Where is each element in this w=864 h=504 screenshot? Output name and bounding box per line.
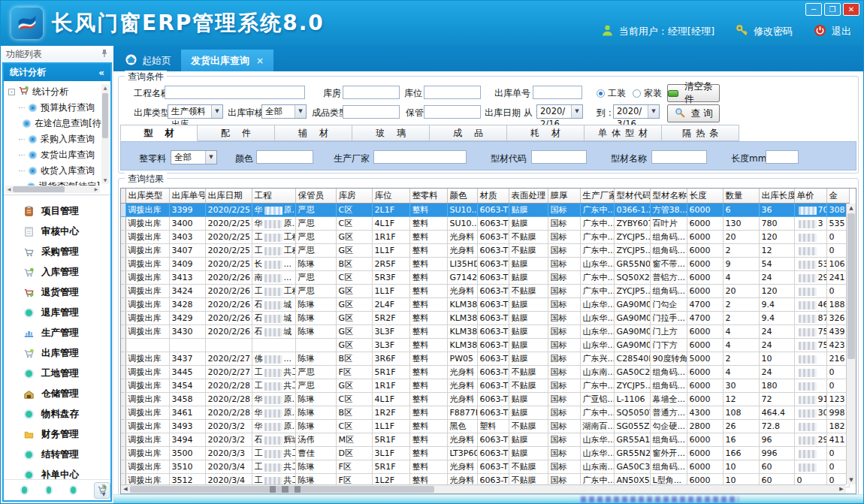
table-row[interactable]: 调拨出库34282020/2/26石城陈琳G区2L4F整料KLM38176063… (121, 298, 849, 312)
sidebar-item-财务管理[interactable]: 财务管理 (4, 424, 110, 445)
tree-horizontal-scrollbar[interactable]: ◀ ▶ (5, 186, 100, 193)
profile-code-input[interactable] (531, 150, 587, 164)
sidebar-item-审核中心[interactable]: 审核中心 (4, 222, 110, 242)
project-name-input[interactable] (165, 86, 305, 99)
radio-unselected-icon[interactable] (633, 89, 641, 98)
profile-name-input[interactable] (651, 150, 707, 164)
table-row[interactable]: 调拨出库35002020/3/3工共工程曹佳D区3L1F整料LT3P606063… (121, 447, 849, 460)
whole-part-select[interactable]: 全部▼ (171, 150, 217, 164)
table-row[interactable]: 调拨出库34292020/2/26石城陈琳G区5R2F整料KLM38176063… (121, 312, 849, 325)
material-tab-玻璃[interactable]: 玻 璃 (352, 125, 430, 141)
column-header-保管员[interactable]: 保管员 (295, 189, 336, 204)
column-header-工程[interactable]: 工程 (252, 189, 295, 204)
scroll-down-icon[interactable]: ▼ (101, 177, 109, 184)
column-header-长度[interactable]: 长度 (687, 189, 723, 204)
table-row[interactable]: 调拨出库34942020/3/2石辉城汤伟M区5R1F整料光身料6063-T5贴… (121, 433, 849, 447)
tree-item-采购入库查询[interactable]: 采购入库查询 (8, 131, 100, 147)
radio-selected-icon[interactable] (597, 89, 605, 98)
search-button[interactable]: 查 询 (667, 104, 720, 122)
scroll-up-icon[interactable]: ▲ (847, 204, 856, 213)
scroll-up-icon[interactable]: ▲ (101, 84, 109, 92)
maximize-button[interactable]: ❐ (824, 3, 841, 16)
color-input[interactable] (256, 150, 313, 164)
sidebar-item-仓储管理[interactable]: 仓储管理 (4, 384, 110, 404)
column-header-库房[interactable]: 库房 (336, 189, 372, 204)
column-header-型材名称[interactable]: 型材名称 (650, 189, 687, 204)
out-type-select[interactable]: 生产领料出库▼ (168, 104, 223, 119)
tab-起始页[interactable]: 起始页 (116, 50, 181, 71)
dot-icon[interactable] (69, 485, 77, 495)
column-header-型材代码[interactable]: 型材代码 (614, 189, 650, 204)
sidebar-item-工地管理[interactable]: 工地管理 (4, 364, 110, 384)
date-to-picker[interactable]: 2020/ 3/16▼ (613, 104, 660, 119)
column-header-金[interactable]: 金 (826, 189, 849, 204)
column-header-材质[interactable]: 材质 (477, 189, 509, 204)
minimize-button[interactable]: ─ (805, 3, 822, 16)
sidebar-item-入库管理[interactable]: 入库管理 (4, 262, 110, 282)
tab-发货出库查询[interactable]: 发货出库查询× (181, 50, 273, 71)
column-header-单价[interactable]: 单价 (794, 189, 826, 204)
column-header-整零料[interactable]: 整零料 (409, 189, 447, 204)
pin-icon[interactable] (101, 49, 108, 60)
keeper-input[interactable] (424, 105, 481, 119)
tree-item-发货出库查询[interactable]: 发货出库查询 (8, 147, 100, 163)
table-row[interactable]: 调拨出库34032020/2/25工工程严思G区1R1F整料光身料6063-T5… (121, 231, 849, 244)
table-row[interactable]: 调拨出库34372020/2/27佛...陈琳B区3R6F整料PW056063-… (121, 352, 849, 366)
scroll-right-icon[interactable]: ▶ (92, 186, 100, 193)
clear-conditions-button[interactable]: 清空条件 (667, 84, 720, 102)
sidebar-item-生产管理[interactable]: 生产管理 (4, 323, 110, 343)
scroll-down-icon[interactable]: ▼ (847, 475, 856, 484)
sidebar-item-结转管理[interactable]: 结转管理 (4, 445, 110, 465)
column-header-库位[interactable]: 库位 (372, 189, 409, 204)
table-row[interactable]: 调拨出库34072020/2/25工工程严思G区1L1F整料光身料6063-T5… (121, 244, 849, 258)
tree-expander-icon[interactable]: - (8, 89, 15, 95)
material-tab-型材[interactable]: 型 材 (120, 125, 198, 141)
table-row[interactable]: G区3L3F整料KLM38176063-T5贴膜国标山东华...GA90M09.… (121, 339, 849, 352)
material-tab-隔热条[interactable]: 隔热条 (662, 125, 739, 141)
material-tab-配件[interactable]: 配 件 (198, 125, 275, 141)
dot-icon[interactable] (45, 485, 53, 495)
product-type-input[interactable] (343, 105, 400, 119)
close-button[interactable]: ✕ (843, 3, 859, 16)
order-no-input[interactable] (533, 86, 582, 99)
location-input[interactable] (424, 86, 481, 99)
warehouse-input[interactable] (343, 86, 400, 99)
tree-item-预算执行查询[interactable]: 预算执行查询 (8, 100, 100, 116)
column-header-数量[interactable]: 数量 (723, 189, 759, 204)
scroll-right-icon[interactable]: ▶ (837, 485, 846, 493)
chevron-down-icon[interactable]: ▼ (295, 105, 306, 118)
table-row[interactable]: 调拨出库34582020/2/28华原...陈琳C区4L1F整料光身料6063-… (121, 393, 849, 406)
column-header-出库长度[interactable]: 出库长度 (759, 189, 794, 204)
sidebar-item-退货管理[interactable]: 退货管理 (4, 282, 110, 303)
grid-horizontal-scrollbar[interactable]: ◀ ▶ (121, 484, 846, 493)
material-tab-成品[interactable]: 成 品 (430, 125, 507, 141)
scroll-left-icon[interactable]: ◀ (121, 485, 130, 493)
table-row[interactable]: 调拨出库34542020/2/28工共工程严思G区1R1F整料光身料6063-T… (121, 379, 849, 393)
table-row[interactable]: 调拨出库34002020/2/25华原...严思C区4L1F整料SU10...6… (121, 217, 849, 231)
column-header-表面处理[interactable]: 表面处理 (509, 189, 548, 204)
table-row[interactable]: 调拨出库34932020/3/2华原...陈琳C区1L1F整料黑色塑料不贴膜国标… (121, 420, 849, 433)
column-header-出库类型[interactable]: 出库类型 (125, 189, 169, 204)
chevron-down-icon[interactable]: ▼ (211, 105, 222, 118)
material-tab-耗材[interactable]: 耗 材 (507, 125, 585, 141)
column-header-颜色[interactable]: 颜色 (447, 189, 477, 204)
tab-close-icon[interactable]: × (256, 56, 264, 66)
table-row[interactable]: 调拨出库34302020/2/26石城陈琳G区3L3F整料KLM38176063… (121, 325, 849, 339)
table-row[interactable]: 调拨出库33992020/2/25华原...严思C区2L1F整料SU10...6… (121, 204, 849, 217)
logout-link[interactable]: 退出 (832, 25, 851, 38)
sidebar-section-header[interactable]: 统计分析 « (4, 64, 110, 81)
scroll-left-icon[interactable]: ◀ (5, 186, 13, 193)
grid-vertical-scrollbar[interactable]: ▲ ▼ (846, 204, 856, 484)
chevron-down-icon[interactable]: ▼ (648, 105, 659, 118)
audit-select[interactable]: 全部▼ (261, 104, 307, 119)
manufacturer-input[interactable] (373, 150, 467, 164)
sidebar-item-物料盘存[interactable]: 物料盘存 (4, 404, 110, 424)
sidebar-item-采购管理[interactable]: 采购管理 (4, 242, 110, 262)
sidebar-item-出库管理[interactable]: 出库管理 (4, 343, 110, 364)
column-header-出库单号[interactable]: 出库单号 (169, 189, 205, 204)
material-tab-单体型材[interactable]: 单体型材 (585, 125, 662, 141)
collapse-icon[interactable]: « (98, 68, 104, 78)
chevron-down-icon[interactable]: ▼ (205, 151, 216, 164)
table-row[interactable]: 调拨出库35102020/3/4工共工程陈琳F区5R1F整料光身料6063-T5… (121, 460, 849, 474)
tree-item-在途信息查询[待[interactable]: 在途信息查询[待 (8, 116, 100, 131)
